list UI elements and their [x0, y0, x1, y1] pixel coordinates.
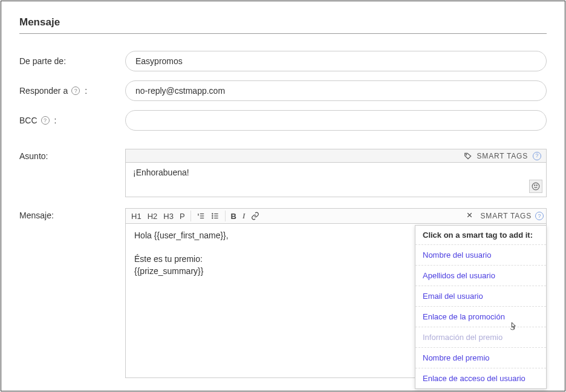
smart-tags-button[interactable]: SMART TAGS: [477, 152, 528, 160]
help-icon[interactable]: ?: [535, 212, 544, 220]
dropdown-item[interactable]: Apellidos del usuario: [415, 266, 546, 286]
bold-button[interactable]: B: [228, 209, 239, 223]
dropdown-item[interactable]: Enlace de acceso del usuario: [415, 368, 546, 388]
subject-input[interactable]: ¡Enhorabuena!: [125, 162, 547, 197]
h2-button[interactable]: H2: [145, 209, 161, 223]
smart-tags-dropdown: Click on a smart tag to add it: Nombre d…: [415, 225, 547, 389]
svg-point-11: [212, 215, 212, 216]
separator: [225, 211, 226, 221]
message-row: Mensaje: H1 H2 H3 P B I: [19, 208, 547, 378]
dropdown-item[interactable]: Información del premio: [415, 327, 546, 348]
link-button[interactable]: [248, 209, 262, 223]
bcc-label: BCC ? :: [19, 116, 125, 125]
svg-point-10: [212, 214, 212, 214]
section-title: Mensaje: [19, 16, 547, 28]
from-label: De parte de:: [19, 56, 125, 66]
svg-point-2: [535, 185, 535, 186]
reply-to-label: Responder a ? :: [19, 86, 125, 96]
svg-point-1: [532, 183, 539, 190]
svg-point-3: [536, 185, 537, 186]
help-icon[interactable]: ?: [71, 87, 80, 95]
emoji-button[interactable]: [529, 180, 542, 193]
separator: [190, 211, 191, 221]
paragraph-button[interactable]: P: [177, 209, 188, 223]
subject-toolbar: SMART TAGS ?: [125, 149, 547, 162]
close-icon[interactable]: [462, 211, 477, 221]
svg-point-0: [466, 154, 466, 155]
smart-tags-button[interactable]: SMART TAGS: [481, 212, 532, 220]
dropdown-item[interactable]: Nombre del premio: [415, 348, 546, 368]
from-row: De parte de:: [19, 51, 547, 71]
reply-to-input[interactable]: [125, 80, 547, 101]
dropdown-item[interactable]: Nombre del usuario: [415, 245, 546, 266]
subject-row: Asunto: SMART TAGS ? ¡Enhorabuena!: [19, 149, 547, 197]
dropdown-item[interactable]: Enlace de la promoción: [415, 307, 546, 327]
svg-point-12: [212, 218, 212, 218]
message-label: Mensaje:: [19, 208, 125, 220]
dropdown-item[interactable]: Email del usuario: [415, 286, 546, 307]
editor-toolbar: H1 H2 H3 P B I: [125, 208, 547, 224]
dropdown-header: Click on a smart tag to add it:: [415, 226, 546, 245]
reply-to-row: Responder a ? :: [19, 80, 547, 101]
unordered-list-button[interactable]: [208, 209, 223, 223]
from-input[interactable]: [125, 51, 547, 71]
help-icon[interactable]: ?: [41, 116, 50, 125]
ordered-list-button[interactable]: [194, 209, 208, 223]
h1-button[interactable]: H1: [128, 209, 145, 223]
tag-icon[interactable]: [464, 152, 472, 160]
italic-button[interactable]: I: [239, 209, 248, 223]
help-icon[interactable]: ?: [533, 152, 541, 160]
bcc-row: BCC ? :: [19, 110, 547, 131]
subject-label: Asunto:: [19, 149, 125, 161]
bcc-input[interactable]: [125, 110, 547, 131]
divider: [19, 33, 547, 34]
h3-button[interactable]: H3: [160, 209, 177, 223]
